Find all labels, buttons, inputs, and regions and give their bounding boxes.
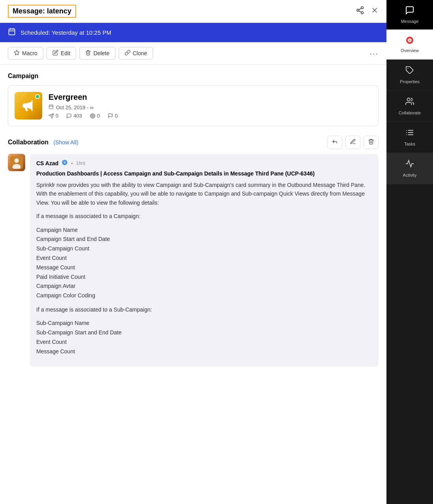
campaign-meta: Oct 25, 2019 - ∞ [49,104,372,110]
calendar-icon [8,28,16,37]
comment-paragraph-3: If a message is associated to a Sub-Camp… [36,305,372,314]
campaign-list: Campaign Name Campaign Start and End Dat… [36,226,372,301]
collaboration-actions [327,136,379,149]
sidebar-item-properties[interactable]: Properties [386,60,433,91]
stat-target: 0 [90,113,100,119]
edit-label: Edit [61,50,70,56]
sidebar-item-activity[interactable]: Activity [386,153,433,184]
overview-badge [405,36,414,46]
list-item: Campaign Name [36,226,372,235]
user-icon [62,159,68,167]
sidebar-properties-label: Properties [400,79,420,84]
sidebar-collaborate-label: Collaborate [399,110,421,115]
list-item: Campaign Avtar [36,282,372,291]
header: Message: latency [0,0,386,23]
campaign-cal-icon [49,104,54,110]
list-item: Sub-Campaign Start and End Date [36,328,372,338]
list-item: Sub-Campaign Name [36,319,372,328]
stat-flag: 0 [108,113,118,119]
list-item: Message Count [36,263,372,273]
edit-button[interactable]: Edit [47,47,76,60]
comment-body: CS Azad • 1hrs Production Dashboards | A… [30,154,379,367]
campaign-status-dot [35,94,40,99]
main-content: Message: latency Scheduled: Yesterday at… [0,0,386,504]
campaign-date-range: Oct 25, 2019 - ∞ [56,105,93,110]
message-icon [405,6,414,17]
clone-button[interactable]: Clone [119,47,153,60]
activity-icon [405,159,414,170]
sidebar-tasks-label: Tasks [404,142,415,146]
campaign-section: Campaign Evergreen [8,73,379,126]
clone-label: Clone [133,50,147,56]
body-scroll: Campaign Evergreen [0,65,386,504]
comment-dot: • [71,161,73,166]
list-item: Campaign Color Coding [36,291,372,301]
reply-button[interactable] [327,136,342,149]
campaign-section-title: Campaign [8,73,379,80]
delete-button[interactable]: Delete [79,47,115,60]
stat-comment-value: 403 [73,113,82,119]
stat-flag-value: 0 [115,113,118,119]
sidebar-message-label: Message [401,19,419,24]
collaboration-title-area: Collaboration (Show All) [8,139,78,146]
comment-time: 1hrs [76,161,85,166]
list-item: Message Count [36,347,372,357]
campaign-info: Evergreen Oct 25, 2019 - ∞ [49,93,372,119]
sidebar-activity-label: Activity [403,173,417,177]
svg-point-26 [409,39,411,41]
close-button[interactable] [371,6,379,16]
svg-rect-7 [9,29,15,35]
properties-icon [405,66,414,77]
delete-icon [85,50,91,57]
share-button[interactable] [356,6,364,17]
comment-author: CS Azad [36,160,58,166]
stat-target-value: 0 [97,113,100,119]
svg-point-18 [91,114,94,117]
subcampaign-list: Sub-Campaign Name Sub-Campaign Start and… [36,319,372,356]
sidebar-item-tasks[interactable]: Tasks [386,122,433,153]
macro-icon [14,50,20,57]
stat-comment: 403 [66,113,82,119]
svg-point-22 [14,159,19,163]
list-item: Campaign Start and End Date [36,235,372,244]
toolbar: Macro Edit Delete [0,42,386,65]
comment-text: Sprinklr now provides you with the abili… [36,181,372,357]
svg-rect-11 [49,105,53,109]
sidebar-item-overview[interactable]: Overview [386,30,433,60]
list-item: Sub-Campaign Count [36,244,372,254]
stat-send-value: 0 [56,113,58,119]
comment: CS Azad • 1hrs Production Dashboards | A… [8,154,379,367]
comment-meta: CS Azad • 1hrs [36,159,372,167]
schedule-banner: Scheduled: Yesterday at 10:25 PM [0,23,386,42]
macro-label: Macro [22,50,37,56]
comment-avatar [8,154,25,171]
sidebar-item-collaborate[interactable]: Collaborate [386,91,433,122]
collaborate-icon [405,97,414,108]
collaboration-title: Collaboration [8,139,49,146]
campaign-stats: 0 403 0 0 [49,113,372,119]
collaboration-section: Collaboration (Show All) [8,136,379,367]
sidebar-item-message[interactable]: Message [386,0,433,30]
show-all-link[interactable]: (Show All) [54,139,78,146]
comment-paragraph-2: If a message is associated to a Campaign… [36,212,372,220]
right-sidebar: Message Overview Properties Collaborate … [386,0,433,504]
edit-comment-button[interactable] [345,136,360,149]
comment-title: Production Dashboards | Access Campaign … [36,170,372,177]
edit-icon [52,50,58,57]
svg-point-19 [92,115,93,116]
list-item: Event Count [36,338,372,347]
delete-comment-button[interactable] [364,136,379,149]
list-item: Paid Initiative Count [36,273,372,282]
schedule-text: Scheduled: Yesterday at 10:25 PM [21,29,111,36]
svg-line-4 [359,8,361,10]
sidebar-overview-label: Overview [401,48,419,53]
list-item: Event Count [36,254,372,263]
svg-point-28 [407,98,410,101]
campaign-name: Evergreen [49,93,372,102]
campaign-card[interactable]: Evergreen Oct 25, 2019 - ∞ [8,85,379,126]
campaign-thumbnail [15,92,42,119]
macro-button[interactable]: Macro [8,47,43,60]
stat-send: 0 [49,113,58,119]
delete-label: Delete [93,50,109,56]
more-options-button[interactable]: ··· [370,49,379,58]
